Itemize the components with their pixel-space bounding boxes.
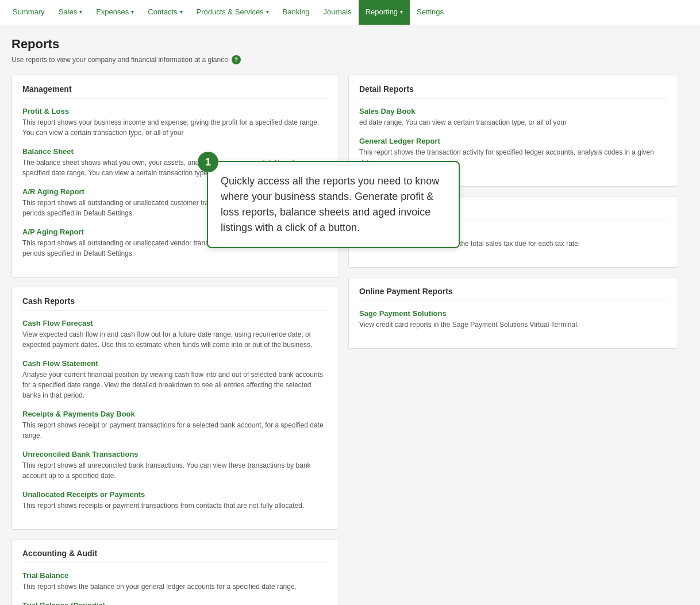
nav-banking[interactable]: Banking: [276, 0, 317, 25]
unallocated-link[interactable]: Unallocated Receipts or Payments: [22, 490, 328, 499]
nav-settings[interactable]: Settings: [410, 0, 451, 25]
general-ledger-link[interactable]: General Ledger Report: [359, 137, 667, 145]
sales-day-book-link[interactable]: Sales Day Book: [359, 107, 667, 115]
receipts-payments-link[interactable]: Receipts & Payments Day Book: [22, 410, 328, 418]
profit-loss-link[interactable]: Profit & Loss: [22, 107, 328, 115]
cash-reports-card-title: Cash Reports: [22, 296, 328, 311]
list-item: Cash Flow Statement Analyse your current…: [22, 359, 328, 400]
sage-payment-desc: View credit card reports in the Sage Pay…: [359, 319, 667, 330]
detail-reports-title: Detail Reports: [359, 84, 667, 99]
profit-loss-desc: This report shows your business income a…: [22, 117, 328, 138]
list-item: Sales Day Book ed date range. You can vi…: [359, 107, 667, 128]
top-navigation: Summary Sales ▾ Expenses ▾ Contacts ▾ Pr…: [0, 0, 700, 25]
unreconciled-desc: This report shows all unreconciled bank …: [22, 460, 328, 481]
reporting-caret: ▾: [400, 9, 403, 15]
sage-payment-link[interactable]: Sage Payment Solutions: [359, 309, 667, 318]
cash-flow-statement-link[interactable]: Cash Flow Statement: [22, 359, 328, 368]
cash-flow-forecast-desc: View expected cash flow in and cash flow…: [22, 329, 328, 350]
left-column: Management Profit & Loss This report sho…: [11, 75, 339, 605]
accounting-audit-title: Accounting & Audit: [22, 549, 328, 563]
list-item: Unreconciled Bank Transactions This repo…: [22, 450, 328, 481]
list-item: Cash Flow Forecast View expected cash fl…: [22, 319, 328, 350]
balance-sheet-link[interactable]: Balance Sheet: [22, 147, 328, 156]
expenses-caret: ▾: [131, 9, 134, 15]
list-item: Receipts & Payments Day Book This report…: [22, 410, 328, 441]
tooltip-text: Quickly access all the reports you need …: [221, 174, 446, 236]
help-icon[interactable]: ?: [232, 55, 241, 64]
cash-flow-forecast-link[interactable]: Cash Flow Forecast: [22, 319, 328, 327]
right-column: Detail Reports Sales Day Book ed date ra…: [348, 75, 678, 605]
nav-journals[interactable]: Journals: [317, 0, 359, 25]
products-caret: ▾: [266, 9, 269, 15]
sales-day-book-desc: ed date range. You can view a certain tr…: [359, 117, 667, 128]
trial-balance-link[interactable]: Trial Balance: [22, 571, 328, 580]
unallocated-desc: This report shows receipts or payment tr…: [22, 500, 328, 511]
list-item: Unallocated Receipts or Payments This re…: [22, 490, 328, 511]
trial-balance-periodic-link[interactable]: Trial Balance (Periodic): [22, 601, 328, 605]
online-payment-card: Online Payment Reports Sage Payment Solu…: [348, 277, 678, 349]
accounting-audit-card: Accounting & Audit Trial Balance This re…: [11, 539, 339, 605]
cash-flow-statement-desc: Analyse your current financial position …: [22, 369, 328, 400]
management-card-title: Management: [22, 84, 328, 99]
cash-reports-card: Cash Reports Cash Flow Forecast View exp…: [11, 287, 339, 530]
sales-caret: ▾: [79, 9, 82, 15]
page-subtitle: Use reports to view your company and fin…: [11, 55, 678, 64]
trial-balance-desc: This report shows the balance on your ge…: [22, 581, 328, 592]
nav-sales[interactable]: Sales ▾: [52, 0, 90, 25]
nav-expenses[interactable]: Expenses ▾: [89, 0, 141, 25]
list-item: Trial Balance This report shows the bala…: [22, 571, 328, 592]
nav-products-services[interactable]: Products & Services ▾: [190, 0, 276, 25]
nav-summary[interactable]: Summary: [6, 0, 52, 25]
tooltip-badge: 1: [198, 152, 218, 172]
list-item: Profit & Loss This report shows your bus…: [22, 107, 328, 138]
nav-contacts[interactable]: Contacts ▾: [141, 0, 189, 25]
tooltip-overlay: 1 Quickly access all the reports you nee…: [207, 161, 460, 248]
page-title: Reports: [11, 37, 678, 52]
contacts-caret: ▾: [180, 9, 183, 15]
list-item: Sage Payment Solutions View credit card …: [359, 309, 667, 330]
nav-reporting[interactable]: Reporting ▾: [359, 0, 410, 25]
receipts-payments-desc: This report shows receipt or payment tra…: [22, 420, 328, 441]
unreconciled-link[interactable]: Unreconciled Bank Transactions: [22, 450, 328, 458]
content-columns: Management Profit & Loss This report sho…: [11, 75, 678, 605]
list-item: Trial Balance (Periodic) This report sho…: [22, 601, 328, 605]
online-payment-title: Online Payment Reports: [359, 287, 667, 301]
